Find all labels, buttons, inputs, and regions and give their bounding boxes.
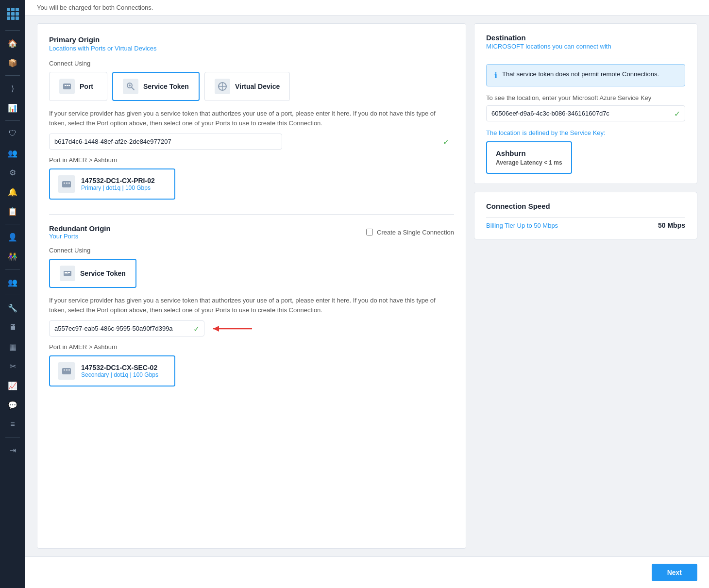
sidebar-icon-shield[interactable]: 🛡 xyxy=(4,125,21,142)
svg-rect-1 xyxy=(11,8,15,11)
svg-rect-2 xyxy=(16,8,19,11)
sidebar-icon-team[interactable]: 👫 xyxy=(4,248,21,265)
svg-rect-3 xyxy=(7,12,10,16)
connect-option-virtual-device[interactable]: Virtual Device xyxy=(204,72,290,101)
primary-description: If your service provider has given you a… xyxy=(49,109,454,128)
redundant-port-location-label: Port in AMER > Ashburn xyxy=(49,343,454,351)
redundant-token-input[interactable] xyxy=(49,320,204,336)
service-key-check-icon: ✓ xyxy=(674,109,680,118)
primary-token-input[interactable] xyxy=(49,134,282,150)
svg-rect-12 xyxy=(68,85,70,86)
svg-rect-0 xyxy=(7,8,10,11)
red-arrow-svg xyxy=(208,323,257,335)
sidebar-icon-home[interactable]: 🏠 xyxy=(4,34,21,52)
sidebar-icon-table[interactable]: ▦ xyxy=(4,338,21,355)
location-name: Ashburn xyxy=(496,149,562,157)
svg-rect-5 xyxy=(16,12,19,16)
location-latency-prefix: Average Latency xyxy=(496,159,542,166)
virtual-device-option-label: Virtual Device xyxy=(235,83,280,90)
redundant-port-name: 147532-DC1-CX-SEC-02 xyxy=(81,364,158,371)
sidebar-icon-settings[interactable]: ⚙ xyxy=(4,164,21,181)
single-connection-label: Create a Single Connection xyxy=(377,229,454,236)
single-connection-checkbox[interactable] xyxy=(366,229,373,235)
sidebar-divider-1 xyxy=(5,30,20,31)
location-defined-label: The location is defined by the Service K… xyxy=(486,129,685,136)
location-card: Ashburn Average Latency < 1 ms xyxy=(486,141,572,174)
redundant-header: Redundant Origin Your Ports Create a Sin… xyxy=(49,224,454,240)
redundant-port-card-info: 147532-DC1-CX-SEC-02 Secondary | dot1q |… xyxy=(81,364,158,378)
sidebar-icon-connections[interactable]: ⟩ xyxy=(4,80,21,97)
sidebar-divider-2 xyxy=(5,75,20,76)
primary-port-card-icon xyxy=(58,175,75,193)
connect-option-port[interactable]: Port xyxy=(49,72,107,101)
logo xyxy=(4,5,21,22)
svg-rect-31 xyxy=(66,370,68,370)
left-panel: Primary Origin Locations with Ports or V… xyxy=(37,23,466,549)
redundant-token-check-icon: ✓ xyxy=(193,324,200,333)
redundant-origin-title: Redundant Origin xyxy=(49,224,111,233)
sidebar-icon-bell[interactable]: 🔔 xyxy=(4,183,21,201)
sidebar-icon-group[interactable]: 👥 xyxy=(4,273,21,291)
sidebar: 🏠 📦 ⟩ 📊 🛡 👥 ⚙ 🔔 📋 👤 👫 👥 🔧 🖥 ▦ ✂ 📈 💬 ≡ ⇥ xyxy=(0,0,25,588)
top-notice: You will be charged for both Connections… xyxy=(25,0,709,16)
svg-rect-4 xyxy=(11,12,15,16)
location-latency-value: < 1 ms xyxy=(544,159,562,166)
service-key-label: To see the location, enter your Microsof… xyxy=(486,94,685,101)
svg-rect-8 xyxy=(16,17,19,20)
sidebar-icon-package[interactable]: 📦 xyxy=(4,54,21,71)
svg-rect-11 xyxy=(67,85,68,86)
connect-option-service-token-redundant[interactable]: Service Token xyxy=(49,259,136,288)
billing-label: Billing Tier Up to 50 Mbps xyxy=(486,222,558,229)
destination-divider xyxy=(486,58,685,58)
svg-rect-9 xyxy=(63,84,71,89)
primary-origin-title: Primary Origin xyxy=(49,35,454,44)
redundant-port-card[interactable]: 147532-DC1-CX-SEC-02 Secondary | dot1q |… xyxy=(49,355,175,386)
svg-rect-21 xyxy=(66,183,68,184)
single-connection-row: Create a Single Connection xyxy=(366,229,454,236)
destination-subtitle[interactable]: MICROSOFT locations you can connect with xyxy=(486,43,685,50)
connect-using-primary-label: Connect Using xyxy=(49,60,454,67)
svg-point-15 xyxy=(129,84,131,86)
sidebar-divider-7 xyxy=(5,437,20,437)
svg-marker-28 xyxy=(213,326,219,332)
service-key-wrapper: ✓ xyxy=(486,105,685,121)
svg-rect-29 xyxy=(62,368,71,374)
virtual-device-icon xyxy=(215,79,230,94)
sidebar-icon-chat[interactable]: 💬 xyxy=(4,396,21,414)
sidebar-icon-docs[interactable]: 📋 xyxy=(4,202,21,220)
next-button[interactable]: Next xyxy=(652,564,697,581)
svg-line-14 xyxy=(132,87,134,90)
sidebar-icon-integrations[interactable]: 🔧 xyxy=(4,299,21,317)
sidebar-icon-users[interactable]: 👥 xyxy=(4,144,21,162)
speed-value: 50 Mbps xyxy=(658,221,685,229)
primary-port-name: 147532-DC1-CX-PRI-02 xyxy=(81,177,155,185)
sidebar-icon-monitor[interactable]: 🖥 xyxy=(4,319,21,336)
service-key-input[interactable] xyxy=(486,105,685,121)
destination-alert-text: That service token does not permit remot… xyxy=(502,70,659,78)
sidebar-icon-chart[interactable]: 📊 xyxy=(4,99,21,117)
primary-port-card[interactable]: 147532-DC1-CX-PRI-02 Primary | dot1q | 1… xyxy=(49,168,175,200)
primary-port-card-info: 147532-DC1-CX-PRI-02 Primary | dot1q | 1… xyxy=(81,177,155,191)
primary-origin-subtitle[interactable]: Locations with Ports or Virtual Devices xyxy=(49,45,454,52)
port-icon xyxy=(59,79,75,94)
connect-option-service-token[interactable]: Service Token xyxy=(112,72,200,101)
origin-divider xyxy=(49,214,454,215)
redundant-description: If your service provider has given you a… xyxy=(49,296,454,315)
svg-rect-25 xyxy=(68,272,70,273)
service-token-redundant-icon xyxy=(60,266,75,281)
connection-speed-card: Connection Speed Billing Tier Up to 50 M… xyxy=(474,192,697,239)
redundant-port-card-icon xyxy=(58,362,75,380)
redundant-origin-subtitle[interactable]: Your Ports xyxy=(49,233,111,240)
content-wrapper: Primary Origin Locations with Ports or V… xyxy=(25,16,709,556)
red-arrow-annotation xyxy=(208,323,257,335)
service-token-option-label: Service Token xyxy=(143,83,189,90)
sidebar-icon-expand[interactable]: ⇥ xyxy=(4,441,21,459)
connect-options-primary: Port Service Token xyxy=(49,72,454,101)
sidebar-icon-analytics[interactable]: 📈 xyxy=(4,377,21,394)
redundant-token-row: ✓ xyxy=(49,320,340,336)
sidebar-divider-3 xyxy=(5,120,20,121)
sidebar-icon-tools[interactable]: ✂ xyxy=(4,357,21,375)
sidebar-icon-contacts[interactable]: 👤 xyxy=(4,228,21,246)
connect-options-redundant: Service Token xyxy=(49,259,454,288)
sidebar-icon-layers[interactable]: ≡ xyxy=(4,416,21,433)
